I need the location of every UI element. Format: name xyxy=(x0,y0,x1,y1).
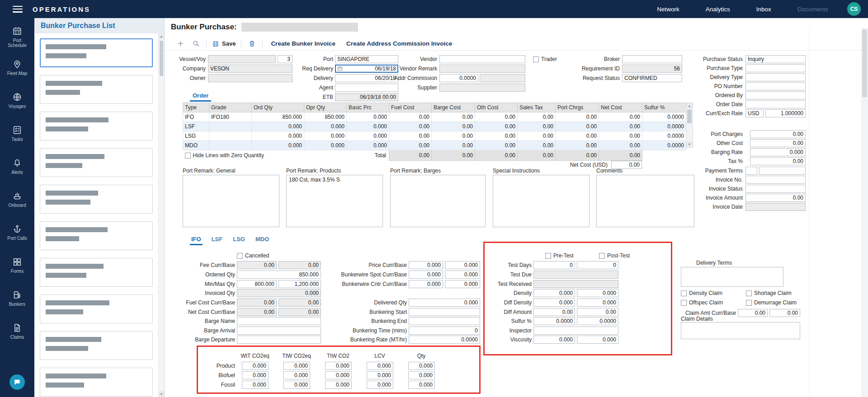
bunkerwire-spot-field-1[interactable]: 0.000 xyxy=(409,271,443,279)
sidebar-item-fleet-map[interactable]: Fleet Map xyxy=(0,56,34,89)
co2-cell[interactable]: 0.000 xyxy=(325,381,352,389)
list-item[interactable] xyxy=(40,294,153,323)
create-bunker-invoice-button[interactable]: Create Bunker Invoice xyxy=(268,40,338,47)
grid-cell[interactable]: 850.000 xyxy=(252,112,304,122)
list-item[interactable] xyxy=(40,258,153,287)
co2-cell[interactable]: 0.000 xyxy=(325,362,352,370)
topnav-network[interactable]: Network xyxy=(657,6,679,13)
checkbox-box[interactable] xyxy=(681,290,687,296)
port-remark-barges-input[interactable] xyxy=(390,175,486,227)
checkbox-box[interactable] xyxy=(599,253,605,259)
checkbox-box[interactable] xyxy=(185,153,191,159)
purchase-type-field[interactable] xyxy=(745,64,806,72)
curr-exch-rate-field-1[interactable]: USD xyxy=(745,109,764,117)
grid-col-ord-qty[interactable]: Ord Qty xyxy=(252,103,304,112)
co2-cell[interactable]: 0.000 xyxy=(242,381,269,389)
grid-cell[interactable]: 0.00 xyxy=(599,131,642,141)
vendor-field[interactable] xyxy=(439,55,525,63)
company-field[interactable]: VESON xyxy=(208,65,292,73)
checkbox-box[interactable] xyxy=(533,56,539,62)
grid-cell[interactable]: 0.000 xyxy=(304,141,347,150)
test-days-field-1[interactable]: 0 xyxy=(533,261,575,269)
grid-cell-grade[interactable]: IFO180 xyxy=(209,112,252,122)
co2-cell[interactable]: 0.000 xyxy=(242,371,269,379)
viscosity-field-2[interactable]: 0.000 xyxy=(577,336,618,344)
topnav-analytics[interactable]: Analytics xyxy=(706,6,730,13)
grid-col-fuel-cost[interactable]: Fuel Cost xyxy=(389,103,432,112)
grid-col-opr-qty[interactable]: Opr Qty xyxy=(304,103,347,112)
sidebar-item-bunkers[interactable]: Bunkers xyxy=(0,286,34,319)
grid-cell[interactable]: 0.00 xyxy=(556,122,599,131)
grid-cell[interactable]: 0.00 xyxy=(556,112,599,122)
diff-density-field-1[interactable]: 0.000 xyxy=(533,299,575,307)
delete-button[interactable] xyxy=(247,39,257,49)
menu-icon[interactable] xyxy=(13,6,23,13)
sidebar-item-forms[interactable]: Forms xyxy=(0,253,34,286)
co2-cell[interactable]: 0.000 xyxy=(408,371,435,379)
list-scrollbar-thumb[interactable] xyxy=(160,41,163,76)
grid-cell[interactable]: 0.00 xyxy=(475,112,518,122)
vendor-remark-field[interactable] xyxy=(439,65,525,73)
co2-cell[interactable]: 0.000 xyxy=(408,362,435,370)
grid-cell[interactable]: 0.00 xyxy=(599,112,642,122)
create-address-commission-invoice-button[interactable]: Create Address Commission Invoice xyxy=(344,40,455,47)
sidebar-item-alerts[interactable]: Alerts xyxy=(0,154,34,187)
grid-cell[interactable]: 0.00 xyxy=(432,131,475,141)
grid-cell[interactable]: 0.00 xyxy=(432,112,475,122)
list-item[interactable] xyxy=(40,148,153,177)
list-item[interactable] xyxy=(40,112,153,140)
save-button[interactable]: Save xyxy=(212,40,236,47)
claim-amt-curr-base-field-2[interactable]: 0.00 xyxy=(769,309,800,317)
invoice-date-field[interactable] xyxy=(745,203,806,211)
ordered-by-field[interactable] xyxy=(745,91,806,99)
ordered-qty-field[interactable]: 850.000 xyxy=(237,271,321,279)
claim-amt-curr-base-field-1[interactable]: 0.00 xyxy=(738,309,768,317)
test-due-field[interactable] xyxy=(533,271,618,279)
grid-cell[interactable]: 0.00 xyxy=(556,141,599,150)
offspec-claim-checkbox[interactable]: Offspec Claim xyxy=(681,299,723,306)
cancelled-checkbox[interactable]: Cancelled xyxy=(237,252,269,259)
addr-commission-field-1[interactable]: 0.0000 xyxy=(439,74,478,82)
min-max-qty-field-1[interactable]: 800.000 xyxy=(237,280,277,288)
co2-cell[interactable]: 0.000 xyxy=(367,381,393,389)
tab-mdo[interactable]: MDO xyxy=(254,236,270,245)
co2-cell[interactable]: 0.000 xyxy=(242,362,269,370)
grid-cell[interactable]: 0.00 xyxy=(518,141,556,150)
grid-cell-type[interactable]: MDO xyxy=(183,141,209,150)
po-number-field[interactable] xyxy=(745,82,806,90)
grid-cell[interactable]: 0.000 xyxy=(347,141,389,150)
supplier-field[interactable] xyxy=(439,84,525,92)
vessel-voy-field-1[interactable] xyxy=(208,55,276,63)
grid-cell[interactable]: 0.00 xyxy=(432,141,475,150)
bunkerwire-cntr-field-1[interactable]: 0.000 xyxy=(409,280,443,288)
topnav-inbox[interactable]: Inbox xyxy=(756,6,771,13)
barge-departure-field[interactable] xyxy=(237,336,321,344)
co2-cell[interactable]: 0.000 xyxy=(408,381,435,389)
test-days-field-2[interactable]: 0 xyxy=(577,261,618,269)
sulfur-pct-field-1[interactable]: 0.0000 xyxy=(533,317,575,325)
list-item[interactable] xyxy=(40,368,153,397)
addr-commission-field-2[interactable] xyxy=(480,74,525,82)
grid-col-net-cost[interactable]: Net Cost xyxy=(599,103,642,112)
payment-terms-field-1[interactable] xyxy=(745,167,757,175)
sidebar-item-port-calls[interactable]: Port Calls xyxy=(0,220,34,253)
fee-curr-base-field-1[interactable]: 0.00 xyxy=(237,261,277,269)
port-remark-products-input[interactable]: 180 Cst, max 3.5% S xyxy=(286,175,383,227)
post-test-checkbox[interactable]: Post-Test xyxy=(599,252,630,259)
grid-cell-type[interactable]: LSG xyxy=(183,131,209,141)
sidebar-item-claims[interactable]: Claims xyxy=(0,319,34,352)
port-remark-general-input[interactable] xyxy=(183,175,279,227)
grid-cell-type[interactable]: IFO xyxy=(183,112,209,122)
inspector-field[interactable] xyxy=(533,327,618,335)
list-item[interactable] xyxy=(40,185,153,214)
tax-pct-field[interactable]: 0.00 xyxy=(750,157,806,165)
scroll-down-icon[interactable]: ▼ xyxy=(159,391,164,397)
density-claim-checkbox[interactable]: Density Claim xyxy=(681,290,722,296)
purchase-status-field[interactable]: Inquiry xyxy=(745,55,806,63)
grid-cell[interactable]: 0.00 xyxy=(389,112,432,122)
checkbox-box[interactable] xyxy=(237,253,243,259)
grid-cell[interactable]: 0.00 xyxy=(475,141,518,150)
tab-lsf[interactable]: LSF xyxy=(210,236,224,245)
density-field-1[interactable]: 0.000 xyxy=(533,289,575,297)
hide-zero-quantity-checkbox[interactable]: Hide Lines with Zero Quantity xyxy=(185,152,264,159)
